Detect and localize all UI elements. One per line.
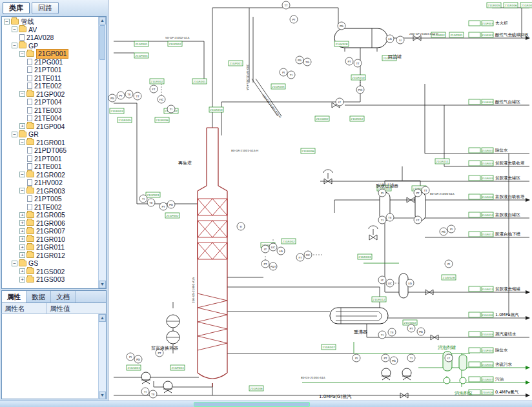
tab-class-library[interactable]: 类库 (3, 2, 30, 14)
tree-item-21GR006[interactable]: +21GR006 (2, 219, 98, 228)
scroll-thumb[interactable] (99, 25, 105, 60)
tree-item-21GR002[interactable]: −21GR002 (2, 171, 98, 179)
tree-item-管线[interactable]: −管线 (2, 17, 98, 26)
instrument-balloon-TT[interactable]: TT (134, 92, 141, 100)
tree-toggle-icon[interactable]: + (19, 252, 25, 258)
tree-toggle-icon[interactable]: + (19, 236, 25, 242)
pipeline-tag-21GR012[interactable]: 21GR012 (350, 116, 364, 121)
reboiler[interactable] (330, 308, 388, 324)
pipeline-tag-21GR003[interactable]: 21GR003 (358, 254, 372, 259)
instrument-balloon-PT[interactable]: PT (261, 260, 269, 268)
instrument-balloon-LIC[interactable]: LIC (386, 279, 394, 287)
tab-properties[interactable]: 属性 (2, 291, 26, 303)
pipeline-tag-21GR012[interactable]: 21GR012 (372, 297, 386, 302)
tree-item-21GR010[interactable]: +21GR010 (2, 235, 98, 244)
instrument-balloon-PT[interactable]: PT (382, 354, 389, 362)
instrument-balloon-FT[interactable]: FT (150, 85, 158, 93)
tree-item-21GP004[interactable]: +21GP004 (2, 123, 98, 131)
tree-item-21TE011[interactable]: 21TE011 (2, 74, 98, 83)
scroll-track[interactable] (99, 61, 106, 281)
tree-toggle-icon[interactable]: − (12, 43, 17, 48)
instrument-balloon-LT[interactable]: LT (445, 354, 453, 362)
pipeline-tag-21GR006[interactable]: 21GR006 (504, 3, 518, 8)
tree-toggle-icon[interactable]: − (12, 261, 17, 266)
tree-toggle-icon[interactable]: − (19, 51, 25, 57)
scroll-track[interactable] (99, 322, 106, 392)
pipeline-tag-21GR005[interactable]: 21GR005 (271, 84, 285, 89)
instrument-balloon-TI[interactable]: TI (139, 195, 147, 203)
instrument-balloon-TI[interactable]: TI (141, 388, 149, 395)
instrument-balloon-PG[interactable]: PG (108, 94, 116, 102)
instrument-balloon-TI[interactable]: TI (407, 354, 415, 362)
pipeline-tag-21GS002[interactable]: 21GS002 (315, 116, 329, 121)
pipeline-tag-21GR002[interactable]: 21GR002 (150, 79, 164, 84)
instrument-balloon-TI[interactable]: TI (237, 223, 245, 230)
instrument-balloon-TT[interactable]: TT (422, 186, 429, 194)
instrument-balloon-FT[interactable]: FT (296, 253, 304, 261)
instrument-balloon-PI[interactable]: PI (127, 353, 134, 361)
tree-item-21GS003[interactable]: +21GS003 (2, 275, 98, 284)
tree-toggle-icon[interactable]: − (19, 172, 25, 177)
tree-item-21GR007[interactable]: +21GR007 (2, 227, 98, 235)
tree-item-21PT005[interactable]: 21PT005 (2, 195, 98, 203)
instrument-balloon-LT[interactable]: LT (378, 276, 386, 284)
instrument-balloon-TI[interactable]: TI (167, 105, 175, 113)
pipeline-tag-21GP004[interactable]: 21GP004 (170, 365, 185, 370)
instrument-balloon-LT[interactable]: LT (261, 245, 269, 253)
instrument-balloon-LT[interactable]: LT (336, 98, 343, 106)
instrument-balloon-TE[interactable]: TE (125, 90, 133, 98)
pipeline-tag-21GP002[interactable]: 21GP002 (165, 213, 179, 218)
tree-item-21PG001[interactable]: 21PG001 (2, 58, 98, 66)
scroll-down-icon[interactable]: ▼ (99, 281, 106, 288)
instrument-balloon-TE[interactable]: TE (149, 390, 157, 398)
pipeline-tag-21GR006[interactable]: 21GR006 (155, 117, 169, 123)
scroll-down-icon[interactable]: ▼ (99, 392, 106, 399)
pipeline-tag-21GR002[interactable]: 21GR002 (281, 239, 296, 244)
column-vessel[interactable] (198, 128, 227, 387)
tree-item-21GR005[interactable]: +21GR005 (2, 211, 98, 219)
scroll-up-icon[interactable]: ▲ (99, 314, 106, 322)
tree-item-21TE002[interactable]: 21TE002 (2, 203, 98, 212)
tree-toggle-icon[interactable]: + (19, 212, 25, 218)
tree-item-21PT001[interactable]: 21PT001 (2, 155, 98, 163)
pipeline-tag-21GR001[interactable]: 21GR001 (192, 79, 207, 84)
properties-scrollbar[interactable]: ▲ ▼ (98, 314, 106, 399)
instrument-balloon-LG[interactable]: LG (386, 35, 394, 43)
tab-loop[interactable]: 回路 (32, 2, 59, 14)
tree-toggle-icon[interactable]: − (12, 26, 17, 32)
instrument-balloon-LG[interactable]: LG (277, 247, 285, 255)
tree-item-21GP001[interactable]: −21GP001 (2, 50, 98, 58)
pipeline-tag-21GR005[interactable]: 21GR005 (487, 3, 501, 8)
pipeline-tag-21GP001[interactable]: 21GP001 (229, 61, 243, 66)
pipeline-tag-21AV028[interactable]: 21AV028 (442, 275, 456, 280)
tree-item-AV[interactable]: −AV (2, 26, 98, 34)
tree-toggle-icon[interactable]: − (4, 19, 10, 25)
pipeline-tag-21GP001[interactable]: 21GP001 (449, 32, 464, 37)
pipeline-tag-21AV028[interactable]: 21AV028 (334, 41, 349, 46)
instrument-balloon-PT[interactable]: PT (290, 15, 298, 23)
pipeline-tag-21GP001[interactable]: 21GP001 (134, 41, 148, 46)
instrument-balloon-LIC[interactable]: LIC (269, 243, 277, 251)
tree-toggle-icon[interactable]: + (19, 123, 25, 129)
instrument-balloon-PT[interactable]: PT (117, 92, 125, 99)
instrument-balloon-LI[interactable]: LI (396, 36, 404, 44)
tree-item-21TE001[interactable]: 21TE001 (2, 163, 98, 171)
tree-item-21GR011[interactable]: +21GR011 (2, 243, 98, 252)
tree-scrollbar[interactable]: ▲ ▼ (98, 17, 106, 288)
instrument-balloon-PG[interactable]: PG (417, 328, 425, 335)
pipeline-tag-21GR003[interactable]: 21GR003 (110, 108, 124, 114)
tree-toggle-icon[interactable]: + (19, 220, 25, 226)
instrument-balloon-PI[interactable]: PI (445, 260, 453, 268)
instrument-balloon-PI[interactable]: PI (378, 189, 386, 197)
instrument-balloon-TE[interactable]: TE (147, 199, 155, 206)
tree-item-GR[interactable]: −GR (2, 130, 98, 139)
tree-item-21PT001[interactable]: 21PT001 (2, 66, 98, 74)
pipeline-tag-21GR010[interactable]: 21GR010 (209, 107, 223, 112)
instrument-balloon-TG[interactable]: TG (303, 58, 311, 66)
instrument-balloon-PG[interactable]: PG (390, 357, 398, 364)
instrument-balloon-PG[interactable]: PG (338, 22, 345, 30)
tree-item-21TE002[interactable]: 21TE002 (2, 82, 98, 90)
instrument-balloon-TE[interactable]: TE (388, 328, 396, 336)
tree-item-21TE003[interactable]: 21TE003 (2, 106, 98, 115)
tree-item-21HV002[interactable]: 21HV002 (2, 179, 98, 187)
